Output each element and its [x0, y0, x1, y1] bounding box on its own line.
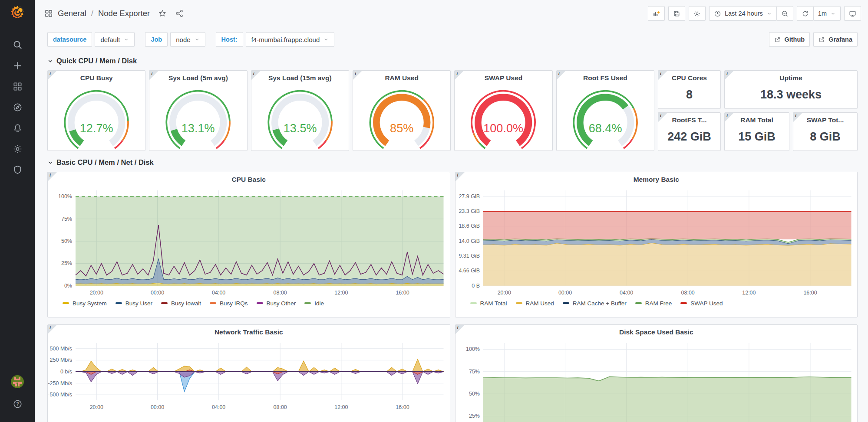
- panel-title[interactable]: SWAP Used: [455, 71, 552, 85]
- legend-item[interactable]: RAM Used: [516, 300, 554, 307]
- panel-title[interactable]: Network Traffic Basic: [48, 325, 450, 339]
- panel-title[interactable]: Uptime: [725, 71, 857, 85]
- external-link-icon: [774, 36, 781, 43]
- panel-info-corner[interactable]: [455, 172, 465, 181]
- legend-label: RAM Free: [645, 300, 672, 307]
- panel-info-corner[interactable]: [48, 71, 57, 80]
- svg-text:-250 Mb/s: -250 Mb/s: [48, 380, 72, 386]
- panel-info-corner[interactable]: [353, 71, 362, 80]
- section-title: Basic CPU / Mem / Net / Disk: [56, 158, 154, 167]
- clock-icon: [714, 10, 721, 17]
- svg-text:?: ?: [16, 401, 19, 406]
- legend-item[interactable]: Idle: [304, 300, 324, 307]
- panel-title[interactable]: RAM Used: [353, 71, 450, 85]
- panel-stat-uptime: iUptime18.3 weeks: [724, 70, 858, 109]
- panel-title[interactable]: CPU Busy: [48, 71, 145, 85]
- legend-item[interactable]: Busy IRQs: [210, 300, 248, 307]
- panel-title[interactable]: Memory Basic: [455, 172, 858, 186]
- breadcrumb-folder[interactable]: General: [58, 9, 86, 18]
- legend-item[interactable]: RAM Total: [470, 300, 507, 307]
- legend-item[interactable]: Busy System: [63, 300, 107, 307]
- chart-plot-area: 0%25%50%75%100%20:0000:0004:0008:0012:00…: [48, 186, 450, 298]
- legend-item[interactable]: RAM Cache + Buffer: [563, 300, 627, 307]
- variable-value-dropdown[interactable]: node: [170, 32, 205, 47]
- legend-item[interactable]: SWAP Used: [680, 300, 723, 307]
- server-admin-icon[interactable]: [13, 165, 23, 175]
- panel-info-corner[interactable]: [793, 113, 802, 122]
- panel-title[interactable]: Root FS Used: [557, 71, 654, 85]
- dashboards-icon[interactable]: [13, 82, 23, 92]
- save-dashboard-button[interactable]: [668, 6, 685, 21]
- add-panel-button[interactable]: [648, 6, 665, 21]
- variable-host: Host:f4-mumbai.frappe.cloud: [216, 32, 335, 47]
- breadcrumb-separator: /: [91, 9, 93, 18]
- panel-info-corner[interactable]: [48, 172, 57, 181]
- panel-info-corner[interactable]: [557, 71, 566, 80]
- panel-title[interactable]: Disk Space Used Basic: [455, 325, 858, 339]
- legend-swatch: [304, 302, 311, 304]
- stat-panels: iCPU Cores8iUptime18.3 weeksiRootFS T...…: [658, 70, 858, 151]
- variable-value-dropdown[interactable]: f4-mumbai.frappe.cloud: [246, 32, 335, 47]
- panel-info-corner[interactable]: [149, 71, 158, 80]
- legend-label: Busy System: [73, 300, 107, 307]
- dashboard-link-grafana[interactable]: Grafana: [813, 32, 858, 47]
- search-icon[interactable]: [13, 40, 23, 50]
- help-icon[interactable]: ?: [13, 399, 23, 409]
- share-icon[interactable]: [175, 9, 184, 18]
- section-quick-cpu-mem-disk[interactable]: Quick CPU / Mem / Disk: [47, 55, 858, 67]
- variable-value-dropdown[interactable]: default: [95, 32, 135, 47]
- time-range-picker[interactable]: Last 24 hours: [709, 6, 777, 21]
- gauge-visualization: 12.7%: [48, 85, 145, 150]
- refresh-button[interactable]: [797, 6, 814, 21]
- legend-item[interactable]: RAM Free: [635, 300, 672, 307]
- panel-title[interactable]: RAM Total: [725, 113, 789, 127]
- panel-info-corner[interactable]: [658, 113, 667, 122]
- template-variables: datasourcedefaultJobnodeHost:f4-mumbai.f…: [47, 32, 345, 47]
- panel-stat-rootfs-t-: iRootFS T...242 GiB: [658, 112, 721, 151]
- section-basic-cpu-mem-net-disk[interactable]: Basic CPU / Mem / Net / Disk: [47, 156, 858, 168]
- create-icon[interactable]: [13, 61, 23, 71]
- star-icon[interactable]: [158, 9, 167, 18]
- panel-info-corner[interactable]: [251, 71, 261, 80]
- panel-info-corner[interactable]: [455, 325, 465, 334]
- panel-info-corner[interactable]: [658, 71, 667, 80]
- grafana-logo[interactable]: [9, 4, 26, 22]
- alerting-icon[interactable]: [13, 123, 23, 133]
- svg-text:100.0%: 100.0%: [484, 122, 524, 135]
- legend-item[interactable]: Busy Iowait: [161, 300, 201, 307]
- panel-title[interactable]: RootFS T...: [658, 113, 720, 127]
- panel-chart-cpu-basic: iCPU Basic0%25%50%75%100%20:0000:0004:00…: [47, 172, 450, 317]
- refresh-interval-dropdown[interactable]: 1m: [813, 6, 841, 21]
- svg-text:50%: 50%: [469, 391, 479, 397]
- svg-text:04:00: 04:00: [620, 290, 633, 296]
- cycle-view-mode-button[interactable]: [844, 6, 861, 21]
- zoom-out-time-button[interactable]: [776, 6, 793, 21]
- panel-gauge-ram-used: iRAM Used85%: [353, 70, 451, 151]
- panel-title[interactable]: CPU Basic: [48, 172, 450, 186]
- user-avatar[interactable]: [10, 375, 24, 389]
- configuration-icon[interactable]: [13, 144, 23, 154]
- sidebar-bottom: ?: [10, 375, 24, 409]
- gauge-visualization: 100.0%: [455, 85, 552, 150]
- legend-item[interactable]: Busy User: [116, 300, 152, 307]
- gauges-row: iCPU Busy12.7%iSys Load (5m avg)13.1%iSy…: [47, 70, 858, 151]
- panel-chart-disk-space-used-basic: iDisk Space Used Basic0%25%50%75%100%20:…: [455, 324, 858, 422]
- svg-text:00:00: 00:00: [151, 404, 164, 410]
- legend-item[interactable]: Busy Other: [257, 300, 296, 307]
- svg-text:4.66 GiB: 4.66 GiB: [459, 268, 480, 274]
- panel-title[interactable]: Sys Load (5m avg): [149, 71, 247, 85]
- panel-info-corner[interactable]: [455, 71, 464, 80]
- svg-text:-500 Mb/s: -500 Mb/s: [48, 392, 72, 398]
- panel-title[interactable]: Sys Load (15m avg): [251, 71, 349, 85]
- breadcrumb-dashboard-title[interactable]: Node Exporter: [98, 9, 150, 18]
- panel-title[interactable]: SWAP Tot...: [793, 113, 857, 127]
- panel-title[interactable]: CPU Cores: [658, 71, 720, 85]
- explore-icon[interactable]: [13, 102, 23, 112]
- dashboard-link-github[interactable]: Github: [769, 32, 810, 47]
- svg-text:250 Mb/s: 250 Mb/s: [50, 357, 72, 363]
- svg-text:16:00: 16:00: [396, 290, 409, 296]
- panel-info-corner[interactable]: [725, 71, 734, 80]
- panel-info-corner[interactable]: [48, 325, 57, 334]
- panel-info-corner[interactable]: [725, 113, 734, 122]
- dashboard-settings-button[interactable]: [689, 6, 706, 21]
